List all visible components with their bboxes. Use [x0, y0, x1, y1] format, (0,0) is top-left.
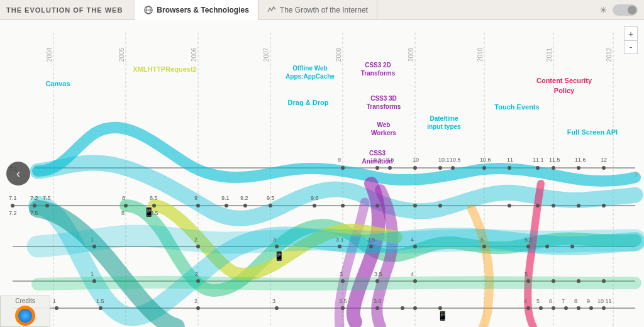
svg-point-62: [413, 204, 417, 208]
svg-text:11.6: 11.6: [575, 157, 586, 163]
svg-text:Content Security: Content Security: [536, 77, 592, 84]
svg-text:11.1: 11.1: [533, 157, 544, 163]
tab-internet-label: The Growth of the Internet: [280, 6, 368, 14]
svg-text:9.2: 9.2: [240, 195, 248, 201]
svg-text:8: 8: [574, 298, 577, 304]
site-title: THE EVOLUTION OF THE WEB: [6, 6, 123, 14]
svg-point-101: [92, 279, 96, 283]
svg-text:CSS3: CSS3: [369, 150, 386, 157]
svg-text:4: 4: [524, 298, 527, 304]
svg-point-102: [196, 279, 200, 283]
zoom-in-button[interactable]: +: [624, 26, 638, 40]
svg-point-29: [413, 166, 417, 170]
svg-text:7.2: 7.2: [9, 210, 17, 216]
svg-text:2005: 2005: [118, 47, 125, 62]
svg-text:2009: 2009: [408, 47, 414, 62]
svg-point-60: [341, 204, 345, 208]
svg-text:5: 5: [536, 298, 540, 304]
svg-point-89: [482, 245, 486, 248]
svg-text:📱: 📱: [143, 207, 155, 218]
svg-text:Transforms: Transforms: [361, 70, 396, 77]
svg-text:Canvas: Canvas: [45, 80, 70, 87]
svg-point-28: [388, 166, 392, 170]
svg-point-66: [552, 204, 555, 208]
svg-text:input types: input types: [427, 123, 461, 130]
svg-text:Touch Events: Touch Events: [494, 103, 539, 111]
svg-point-124: [438, 306, 442, 310]
svg-text:9: 9: [194, 195, 197, 201]
svg-text:10.5: 10.5: [450, 157, 461, 163]
header: THE EVOLUTION OF THE WEB Browsers & Tech…: [0, 0, 644, 20]
svg-text:Workers: Workers: [371, 130, 396, 136]
svg-point-58: [269, 204, 272, 208]
svg-point-108: [577, 279, 580, 283]
svg-text:7.5: 7.5: [43, 195, 51, 201]
credits-box[interactable]: Credits: [0, 296, 50, 327]
svg-point-32: [482, 166, 486, 170]
main-visualization: 2004 2005 2006 2007 2008 2009 2010 2011 …: [0, 20, 644, 327]
sun-icon: ☀: [599, 5, 608, 15]
theme-toggle[interactable]: [613, 4, 638, 16]
svg-text:📱: 📱: [437, 311, 448, 321]
svg-point-92: [570, 245, 574, 248]
svg-point-55: [196, 204, 200, 208]
back-button[interactable]: ‹: [6, 162, 30, 186]
svg-text:10.6: 10.6: [480, 157, 491, 163]
svg-point-131: [602, 306, 606, 310]
svg-point-116: [55, 306, 58, 310]
tab-browsers[interactable]: Browsers & Technologies: [135, 0, 258, 20]
svg-text:XMLHTTPRequest2: XMLHTTPRequest2: [133, 65, 196, 73]
zoom-controls: + -: [624, 26, 638, 54]
svg-point-88: [413, 245, 417, 248]
svg-text:Web: Web: [377, 121, 391, 128]
svg-text:CSS3 3D: CSS3 3D: [370, 95, 397, 102]
tab-browsers-label: Browsers & Technologies: [157, 6, 248, 14]
forward-arrow[interactable]: ›: [634, 167, 638, 180]
svg-point-85: [275, 245, 279, 248]
svg-text:2007: 2007: [263, 47, 270, 62]
svg-point-106: [526, 279, 530, 283]
svg-point-31: [451, 166, 455, 170]
svg-text:2012: 2012: [606, 47, 613, 62]
svg-text:CSS3 2D: CSS3 2D: [365, 62, 391, 69]
svg-point-59: [313, 204, 316, 208]
svg-text:Policy: Policy: [554, 87, 575, 94]
svg-point-64: [508, 204, 511, 208]
svg-point-34: [536, 166, 540, 170]
svg-text:1: 1: [91, 271, 94, 277]
svg-text:2011: 2011: [546, 47, 553, 62]
svg-text:9: 9: [338, 157, 341, 163]
svg-text:1: 1: [91, 236, 94, 243]
svg-point-107: [552, 279, 555, 283]
zoom-out-button[interactable]: -: [624, 40, 638, 54]
svg-point-53: [124, 204, 128, 208]
svg-point-27: [375, 166, 379, 170]
svg-point-109: [602, 279, 606, 283]
tab-internet[interactable]: The Growth of the Internet: [258, 0, 377, 20]
svg-text:5: 5: [525, 271, 528, 277]
svg-point-90: [526, 245, 530, 248]
svg-point-54: [152, 204, 156, 208]
svg-text:8: 8: [121, 210, 125, 216]
svg-point-126: [539, 306, 543, 310]
back-icon: ‹: [16, 167, 20, 180]
svg-point-122: [401, 306, 404, 310]
svg-point-52: [45, 204, 49, 208]
svg-text:9: 9: [587, 298, 590, 304]
svg-text:1: 1: [53, 298, 56, 304]
svg-point-67: [577, 204, 580, 208]
svg-text:2008: 2008: [335, 47, 342, 62]
firefox-logo: [15, 306, 35, 326]
svg-point-128: [564, 306, 568, 310]
svg-point-35: [552, 166, 555, 170]
svg-text:Offline Web: Offline Web: [292, 65, 327, 72]
svg-text:Animation: Animation: [362, 158, 393, 165]
svg-point-130: [589, 306, 593, 310]
svg-point-125: [526, 306, 530, 310]
svg-text:Drag & Drop: Drag & Drop: [288, 99, 329, 106]
svg-text:6: 6: [549, 298, 552, 304]
svg-text:2010: 2010: [477, 47, 484, 62]
svg-point-61: [375, 204, 379, 208]
svg-point-119: [275, 306, 279, 310]
svg-point-56: [225, 204, 228, 208]
